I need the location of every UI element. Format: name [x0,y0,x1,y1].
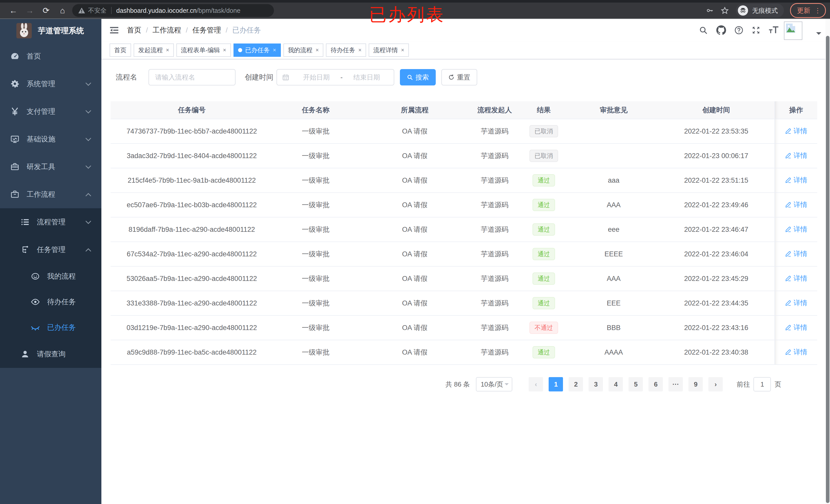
more-pages-icon[interactable]: ··· [668,377,683,392]
tag-4[interactable]: 我的流程× [283,43,324,57]
address-bar[interactable]: 不安全 dashboard.yudao.iocoder.cn/bpm/task/… [72,4,274,17]
sidebar-item-9[interactable]: 待办任务 [0,289,101,315]
cell-task-id: ec507ae6-7b9a-11ec-b03b-acde48001122 [110,193,273,217]
sidebar-item-10[interactable]: 已办任务 [0,315,101,340]
detail-button[interactable]: 详情 [785,274,807,283]
home-icon[interactable]: ⌂ [54,4,71,17]
detail-button-label: 详情 [794,200,807,209]
cell-task-name: 一级审批 [273,119,358,143]
tag-1[interactable]: 发起流程× [134,43,174,57]
scrollbar[interactable] [825,19,830,504]
sidebar-item-7[interactable]: 任务管理 [0,236,101,264]
date-range-input[interactable]: 开始日期 - 结束日期 [277,69,394,86]
close-icon[interactable]: × [358,47,361,53]
page-button-6[interactable]: 6 [648,377,663,392]
close-icon[interactable]: × [316,47,319,53]
sidebar-item-6[interactable]: 流程管理 [0,208,101,236]
url-host[interactable]: dashboard.yudao.iocoder.cn [116,7,197,14]
detail-button[interactable]: 详情 [785,298,807,307]
tag-3[interactable]: 已办任务× [233,43,281,57]
sidebar-fold-icon[interactable] [109,26,119,35]
sidebar-item-2[interactable]: 支付管理 [0,98,101,125]
password-key-icon[interactable] [706,7,714,14]
page-button-9[interactable]: 9 [689,377,703,392]
cell-task-name: 一级审批 [273,340,358,365]
cell-task-name: 一级审批 [273,315,358,340]
detail-button[interactable]: 详情 [785,323,807,332]
scrollbar-thumb[interactable] [826,36,829,503]
close-icon[interactable]: × [273,47,276,53]
tag-0[interactable]: 首页 [109,43,131,57]
sidebar-item-3[interactable]: 基础设施 [0,125,101,153]
cell-process: OA 请假 [358,168,471,193]
create-time-label: 创建时间 [245,69,274,86]
update-label[interactable]: 更新 [797,6,810,15]
sidebar-item-label: 任务管理 [37,245,66,255]
breadcrumb-item-2[interactable]: 任务管理 [193,25,221,35]
page-button-1[interactable]: 1 [549,377,563,392]
close-icon[interactable]: × [223,47,226,53]
detail-button[interactable]: 详情 [785,175,807,185]
sidebar-item-0[interactable]: 首页 [0,42,101,70]
detail-button[interactable]: 详情 [785,249,807,258]
detail-button[interactable]: 详情 [785,200,807,209]
bookmark-star-icon[interactable] [721,7,729,14]
sidebar-item-5[interactable]: 工作流程 [0,180,101,208]
font-size-icon[interactable] [769,19,779,41]
tag-5[interactable]: 待办任务× [326,43,366,57]
browser-menu-icon[interactable]: ⋮ [815,7,821,14]
avatar-caret-icon[interactable] [816,32,821,37]
help-icon[interactable] [734,19,743,41]
browser-update-button[interactable]: 更新 ⋮ [790,3,826,18]
breadcrumb-item-0[interactable]: 首页 [127,25,141,35]
breadcrumb: 首页/工作流程/任务管理/已办任务 [127,19,261,41]
detail-button[interactable]: 详情 [785,151,807,160]
page-button-3[interactable]: 3 [588,377,603,392]
sidebar-item-8[interactable]: 我的流程 [0,264,101,289]
sidebar-item-label: 待办任务 [47,297,76,307]
detail-button[interactable]: 详情 [785,225,807,234]
search-button[interactable]: 搜索 [400,69,436,86]
forward-icon[interactable]: → [22,4,38,17]
detail-button-label: 详情 [794,249,807,258]
security-label[interactable]: 不安全 [88,6,106,14]
cell-create-time: 2022-01-22 23:53:35 [658,119,775,143]
sidebar-logo-row[interactable]: 芋道管理系统 [0,19,101,42]
cell-opinion: AAA [569,266,658,291]
table-row-5: 67c534a2-7b9a-11ec-a290-acde48001122一级审批… [110,242,817,266]
cell-starter: 芋道源码 [471,291,518,315]
tag-6[interactable]: 流程详情× [369,43,409,57]
fullscreen-icon[interactable] [752,19,760,41]
goto-page-input[interactable]: 1 [754,377,771,392]
process-name-input[interactable]: 请输入流程名 [149,69,235,86]
page-button-2[interactable]: 2 [569,377,583,392]
flow-icon [21,245,30,254]
detail-button[interactable]: 详情 [785,347,807,357]
avatar[interactable] [784,22,802,40]
tag-label: 流程详情 [373,44,398,56]
detail-button[interactable]: 详情 [785,126,807,136]
breadcrumb-item-1[interactable]: 工作流程 [153,25,181,35]
page-button-4[interactable]: 4 [609,377,623,392]
close-icon[interactable]: × [401,47,404,53]
detail-button-label: 详情 [794,175,807,185]
page-size-select[interactable]: 10条/页 [476,377,512,392]
cell-task-id: 3adac3d2-7b9d-11ec-8404-acde48001122 [110,143,273,168]
sidebar-item-4[interactable]: 研发工具 [0,153,101,180]
reload-icon[interactable]: ⟳ [38,4,54,17]
sidebar-item-1[interactable]: 系统管理 [0,70,101,98]
header-search-icon[interactable] [699,19,708,41]
next-page-button[interactable]: › [708,377,723,392]
tag-2[interactable]: 流程表单-编辑× [177,43,231,57]
cell-opinion [569,143,658,168]
sidebar-item-11[interactable]: 请假查询 [0,340,101,368]
github-icon[interactable] [716,19,726,41]
close-icon[interactable]: × [166,47,169,53]
breadcrumb-separator: / [186,26,188,34]
prev-page-button[interactable]: ‹ [529,377,543,392]
goto-suffix: 页 [774,380,781,389]
result-badge: 通过 [533,199,555,211]
back-icon[interactable]: ← [5,4,22,17]
page-button-5[interactable]: 5 [629,377,643,392]
reset-button[interactable]: 重置 [441,69,477,86]
